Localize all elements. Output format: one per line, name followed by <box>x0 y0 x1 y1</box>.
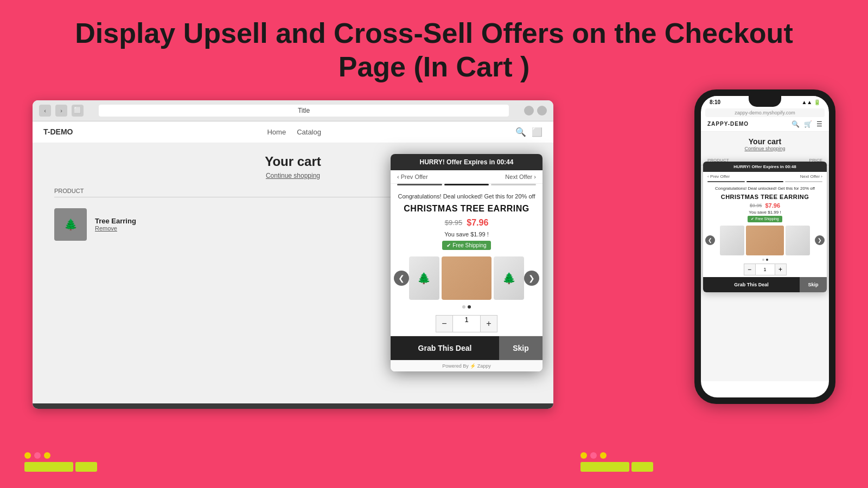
deco-bar-2 <box>75 462 97 472</box>
deco-bar-1 <box>24 462 73 472</box>
phone-savings: You save $1.99 ! <box>703 210 827 215</box>
phone-deal-text: Congratulations! Deal unlocked! Get this… <box>703 184 827 192</box>
quantity-selector: − 1 + <box>391 312 542 336</box>
phone-qty-decrease[interactable]: − <box>744 264 756 275</box>
decorative-dots-left <box>24 452 97 472</box>
phone-search-icon[interactable]: 🔍 <box>792 120 800 128</box>
phone-thumb-3[interactable] <box>786 226 810 255</box>
phone-free-shipping: ✔ Free Shipping <box>703 215 827 223</box>
browser-url-text: Title <box>298 107 310 114</box>
skip-button[interactable]: Skip <box>499 336 542 360</box>
carousel-dots <box>391 304 542 312</box>
shop-header: T-DEMO Home Catalog 🔍 ⬜ <box>33 121 553 143</box>
shop-nav-icons: 🔍 ⬜ <box>515 127 542 137</box>
progress-bar <box>391 184 542 189</box>
phone-thumb-2[interactable] <box>746 226 784 255</box>
quantity-input[interactable]: 1 <box>453 315 480 332</box>
phone-url-bar[interactable]: zappy-demo.myshopify.com <box>705 108 825 117</box>
phone-skip-button[interactable]: Skip <box>800 277 827 292</box>
phone-prev-arrow[interactable]: ❮ <box>705 235 715 245</box>
carousel-prev-arrow[interactable]: ❮ <box>394 271 409 286</box>
deco-dot-4 <box>580 452 587 459</box>
phone-carousel-dots <box>703 258 827 262</box>
powered-by-text: Powered By ⚡ Zappy <box>391 360 542 371</box>
phone-cart-title: Your cart <box>701 132 829 146</box>
browser-tab-btn[interactable]: ⬜ <box>72 105 84 117</box>
upsell-popup: HURRY! Offer Expires in 00:44 ‹ Prev Off… <box>391 154 542 371</box>
phone-new-price: $7.96 <box>765 202 781 209</box>
phone-grab-button[interactable]: Grab This Deal <box>703 277 800 292</box>
prev-offer-btn[interactable]: ‹ Prev Offer <box>397 174 428 180</box>
phone-cart-icon[interactable]: 🛒 <box>804 120 812 128</box>
free-shipping-badge: ✔ Free Shipping <box>442 241 490 250</box>
progress-segment-2 <box>444 184 489 185</box>
carousel-next-arrow[interactable]: ❯ <box>524 271 539 286</box>
product-thumbnail-2[interactable] <box>442 256 492 300</box>
browser-forward-btn[interactable]: › <box>55 105 67 117</box>
deco-bar-3 <box>580 462 629 472</box>
phone-pricing: $9.95 $7.96 <box>703 201 827 210</box>
phone-thumb-1[interactable] <box>720 226 744 255</box>
phone-carousel-images <box>715 226 815 255</box>
phone-dot-1 <box>762 259 764 261</box>
phone-next-offer-btn[interactable]: Next Offer › <box>800 174 822 179</box>
browser-action-icon-1[interactable] <box>524 106 534 115</box>
product-thumbnail-1[interactable]: 🌲 <box>409 256 439 300</box>
phone-qty-value[interactable]: 1 <box>756 264 775 275</box>
phone-shop-nav-icons: 🔍 🛒 ☰ <box>792 120 822 128</box>
popup-timer: HURRY! Offer Expires in 00:44 <box>391 154 542 170</box>
nav-catalog[interactable]: Catalog <box>297 128 321 136</box>
phone-old-price: $9.95 <box>750 203 762 208</box>
deco-dot-1 <box>24 452 31 459</box>
deco-bar-4 <box>631 462 653 472</box>
phone-signal-icons: ▲▲ 🔋 <box>801 99 820 105</box>
shop-logo: T-DEMO <box>43 127 73 136</box>
quantity-decrease-btn[interactable]: − <box>436 315 453 332</box>
content-area: ‹ › ⬜ Title T-DEMO Home Catalog 🔍 <box>0 95 868 409</box>
phone-screen: 8:10 ▲▲ 🔋 zappy-demo.myshopify.com ZAPPY… <box>701 96 829 397</box>
phone-menu-icon[interactable]: ☰ <box>816 120 822 128</box>
phone-dot-2 <box>766 259 768 261</box>
phone-free-badge: ✔ Free Shipping <box>748 216 782 222</box>
phone-progress-3 <box>785 181 822 182</box>
product-carousel: ❮ 🌲 🌲 ❯ <box>391 252 542 304</box>
phone-continue-shopping[interactable]: Continue shopping <box>701 146 829 151</box>
deal-unlock-text: Congratulations! Deal unlocked! Get this… <box>391 189 542 202</box>
phone-time: 8:10 <box>710 99 720 105</box>
page-title: Display Upsell and Cross-Sell Offers on … <box>0 0 868 95</box>
deco-dot-3 <box>44 452 50 459</box>
phone-shop-logo: ZAPPY-DEMO <box>707 121 749 127</box>
product-thumbnail-3[interactable]: 🌲 <box>494 256 524 300</box>
phone-quantity-selector: − 1 + <box>703 262 827 277</box>
phone-notch <box>749 96 781 107</box>
savings-text: You save $1.99 ! <box>391 230 542 239</box>
browser-action-icon-2[interactable] <box>537 106 547 115</box>
nav-home[interactable]: Home <box>267 128 286 136</box>
deco-dot-6 <box>600 452 607 459</box>
carousel-dot-2 <box>468 305 471 309</box>
browser-mockup: ‹ › ⬜ Title T-DEMO Home Catalog 🔍 <box>33 100 553 409</box>
browser-address-bar[interactable]: Title <box>99 105 509 117</box>
quantity-increase-btn[interactable]: + <box>480 315 497 332</box>
phone-carousel: ❮ ❯ <box>703 223 827 258</box>
phone-qty-increase[interactable]: + <box>775 264 787 275</box>
browser-content-area: T-DEMO Home Catalog 🔍 ⬜ Your cart Contin… <box>33 121 553 409</box>
next-offer-btn[interactable]: Next Offer › <box>505 174 536 180</box>
search-icon[interactable]: 🔍 <box>515 127 526 137</box>
popup-navigation: ‹ Prev Offer Next Offer › <box>391 170 542 184</box>
deco-dot-5 <box>590 452 597 459</box>
deco-dot-2 <box>34 452 41 459</box>
popup-pricing: $9.95 $7.96 <box>391 216 542 230</box>
phone-shop-header: ZAPPY-DEMO 🔍 🛒 ☰ <box>701 117 829 132</box>
grab-deal-button[interactable]: Grab This Deal <box>391 336 499 360</box>
phone-upsell-popup: HURRY! Offer Expires in 00:48 ‹ Prev Off… <box>703 162 827 292</box>
browser-back-btn[interactable]: ‹ <box>39 105 51 117</box>
carousel-images: 🌲 🌲 <box>409 256 524 300</box>
progress-segment-1 <box>397 184 442 185</box>
phone-prev-offer-btn[interactable]: ‹ Prev Offer <box>707 174 730 179</box>
cart-icon[interactable]: ⬜ <box>532 127 542 137</box>
phone-mockup: 8:10 ▲▲ 🔋 zappy-demo.myshopify.com ZAPPY… <box>694 89 835 404</box>
browser-toolbar: ‹ › ⬜ Title <box>33 100 553 121</box>
decorative-dots-right <box>580 452 653 472</box>
phone-next-arrow[interactable]: ❯ <box>815 235 825 245</box>
